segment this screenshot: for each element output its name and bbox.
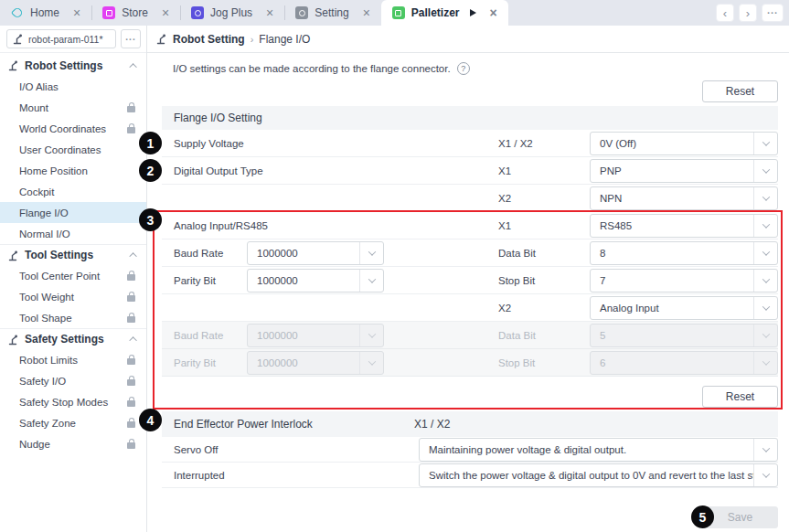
sidebar-item-safety-zone[interactable]: Safety Zone [0,412,146,433]
section-title: Safety Settings [25,333,104,346]
item-label: Tool Center Point [19,271,100,282]
sidebar-item-mount[interactable]: Mount [0,97,146,118]
forward-button[interactable]: › [739,4,757,22]
lock-icon [127,442,135,449]
sidebar-item-normal-io[interactable]: Normal I/O [0,223,146,244]
row-label: Parity Bit [174,275,216,286]
section-robot-settings[interactable]: Robot Settings [0,55,146,76]
tab-store[interactable]: Store × [91,0,180,26]
analog-x2-mode-select[interactable]: Analog Input [590,296,778,320]
sidebar-item-flange-io[interactable]: Flange I/O [0,202,146,223]
select-chevron-cell [753,215,777,237]
breadcrumb: Robot Setting › Flange I/O [147,26,789,53]
select-chevron-cell [753,325,777,346]
x2-parity-bit-select-disabled: 1000000 [247,351,384,375]
panel-header-end-effector-interlock: End Effector Power Interlock X1 / X2 [162,411,778,437]
supply-voltage-select[interactable]: 0V (Off) [590,132,778,155]
row-label: Data Bit [498,248,536,259]
tab-setting[interactable]: Setting × [284,0,381,26]
lock-icon [127,106,135,112]
select-value: PNP [591,165,753,176]
sidebar-item-home-position[interactable]: Home Position [0,160,146,181]
tab-label: Jog Plus [210,6,252,19]
row-label: Servo Off [174,444,218,455]
robot-icon [12,33,24,45]
row-analog-x2: X2 Analog Input [162,294,778,322]
x1-stop-bit-select[interactable]: 7 [590,269,778,293]
row-label: Baud Rate [174,248,223,259]
x1-baud-rate-select[interactable]: 1000000 [247,241,384,265]
reset-button[interactable]: Reset [702,80,778,102]
tab-jog-plus[interactable]: Jog Plus × [180,0,284,26]
sidebar-item-user-coordinates[interactable]: User Coordinates [0,139,146,160]
sidebar-item-io-alias[interactable]: I/O Alias [0,76,146,97]
play-icon[interactable] [470,9,476,16]
breadcrumb-root[interactable]: Robot Setting [173,33,245,46]
chevron-down-icon [762,330,769,337]
close-icon[interactable]: × [264,6,275,19]
help-icon[interactable]: ? [457,62,470,75]
x2-baud-rate-select-disabled: 1000000 [247,324,384,347]
tab-home[interactable]: Home × [0,0,91,26]
param-more-button[interactable]: ... [121,29,141,48]
close-icon[interactable]: × [488,6,499,19]
close-icon[interactable]: × [160,6,171,19]
x1-parity-bit-select[interactable]: 1000000 [247,269,384,293]
chevron-up-icon [129,252,136,260]
row-servo-off: Servo Off Maintaining power voltage & di… [162,437,778,463]
sidebar-item-safety-io[interactable]: Safety I/O [0,370,146,391]
sidebar-item-cockpit[interactable]: Cockpit [0,181,146,202]
chevron-down-icon [368,275,375,282]
digital-output-x2-select[interactable]: NPN [590,186,778,210]
analog-reset-button[interactable]: Reset [702,386,778,408]
select-value: RS485 [591,220,753,231]
robot-icon [7,250,19,261]
servo-off-select[interactable]: Maintaining power voltage & digital outp… [419,438,778,462]
x1-data-bit-select[interactable]: 8 [590,241,778,265]
row-x2-baud-data: Baud Rate 1000000 Data Bit 5 [162,322,778,349]
sidebar-item-safety-stop-modes[interactable]: Safety Stop Modes [0,391,146,412]
section-tool-settings[interactable]: Tool Settings [0,244,146,265]
sidebar-item-tool-center-point[interactable]: Tool Center Point [0,265,146,286]
lock-icon [127,421,135,428]
back-button[interactable]: ‹ [716,4,734,22]
chevron-down-icon [762,303,769,310]
sidebar-item-tool-shape[interactable]: Tool Shape [0,307,146,328]
select-value: Analog Input [591,303,753,314]
analog-x1-mode-select[interactable]: RS485 [590,214,778,238]
tab-label: Setting [315,6,348,19]
close-icon[interactable]: × [361,6,372,19]
close-icon[interactable]: × [71,6,82,19]
sidebar-item-tool-weight[interactable]: Tool Weight [0,286,146,307]
save-button[interactable]: Save [702,506,778,528]
digital-output-x1-select[interactable]: PNP [590,159,778,183]
settings-table: Flange I/O Setting Supply Voltage X1 / X… [162,106,778,528]
item-label: I/O Alias [19,81,59,92]
sidebar-item-world-coordinates[interactable]: World Coordinates [0,118,146,139]
select-chevron-cell [753,297,777,319]
tab-palletizer[interactable]: Palletizer × [381,0,508,26]
row-label: Stop Bit [498,275,535,286]
select-value: Switch the power voltage & digital outpu… [420,470,753,481]
item-label: Tool Shape [19,313,72,324]
lock-icon [127,127,135,133]
interrupted-select[interactable]: Switch the power voltage & digital outpu… [419,463,778,487]
robot-param-selector[interactable]: robot-param-011* [6,29,116,48]
item-label: Mount [19,102,48,113]
chevron-down-icon [368,330,375,337]
more-button[interactable]: ... [762,4,784,22]
section-safety-settings[interactable]: Safety Settings [0,328,146,349]
row-label: Stop Bit [498,357,535,368]
row-interrupted: Interrupted Switch the power voltage & d… [162,463,778,488]
panel-title: Flange I/O Setting [174,112,262,124]
row-label: Baud Rate [174,330,223,341]
row-x1-parity-stop: Parity Bit 1000000 Stop Bit 7 [162,267,778,294]
sidebar-item-robot-limits[interactable]: Robot Limits [0,349,146,370]
select-value: 8 [591,248,753,259]
section-title: Tool Settings [25,249,93,261]
row-supply-voltage: Supply Voltage X1 / X2 0V (Off) [162,130,778,157]
select-chevron-cell [753,242,777,264]
sidebar-item-nudge[interactable]: Nudge [0,433,146,454]
select-value: 0V (Off) [591,138,753,149]
robot-icon [7,334,19,346]
